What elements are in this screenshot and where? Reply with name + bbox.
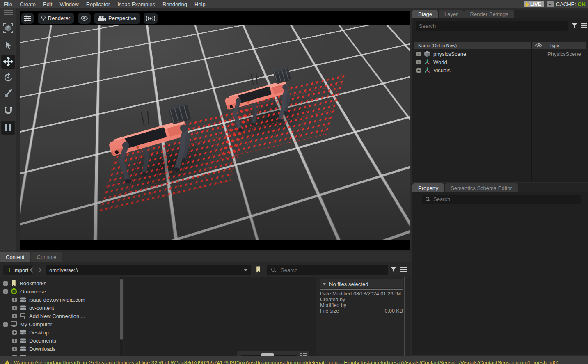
scale-tool-button[interactable] [1,86,15,100]
menu-rendering[interactable]: Rendering [159,0,191,8]
prim-name[interactable]: Visuals [433,67,451,73]
menu-create[interactable]: Create [16,0,39,8]
snap-magnet-button[interactable] [1,103,15,117]
detail-label: File size [320,308,339,314]
tree-item-label[interactable]: Omniverse [20,288,46,295]
menu-file[interactable]: File [0,0,16,8]
live-dropdown-button[interactable]: ▾ [547,1,554,7]
expand-icon[interactable]: + [12,306,17,310]
expand-icon[interactable]: + [12,339,17,343]
tree-item-label[interactable]: My Computer [20,321,52,327]
expand-icon[interactable]: + [12,314,17,318]
details-header[interactable]: No files selected [320,279,403,288]
hamburger-icon[interactable] [400,267,407,272]
column-name[interactable]: Name (Old to New) [414,43,457,48]
select-cursor-button[interactable] [1,39,15,53]
collapse-icon[interactable]: - [3,289,8,294]
file-list-area[interactable] [124,277,316,356]
tree-item-label[interactable]: Desktop [29,330,49,336]
eye-icon[interactable] [535,43,542,48]
prim-name[interactable]: World [433,59,447,65]
viewport[interactable]: Renderer Perspective [20,11,410,250]
tree-item-ov-content[interactable]: + ov-content [12,304,54,312]
tree-item-add-new-connection[interactable]: + Add New Connection ... [12,312,85,320]
viewport-settings-button[interactable] [21,13,34,24]
tree-item-isaac-dev[interactable]: + isaac-dev.ov.nvidia.com [12,295,85,304]
chevron-down-icon[interactable] [244,269,248,271]
stage-row-visuals[interactable]: + Visuals [414,66,586,74]
detail-modified-by: Modified by [320,302,403,308]
tree-item-documents[interactable]: + Documents [12,337,56,345]
stage-row-world[interactable]: + World [414,58,586,66]
quadruped-robot[interactable] [221,57,304,134]
funnel-icon[interactable] [572,23,577,29]
move-tool-button[interactable] [1,55,15,69]
tab-property[interactable]: Property [412,183,444,192]
expand-icon[interactable]: + [416,52,421,56]
import-button[interactable]: + Import [3,265,32,275]
tab-console[interactable]: Console [31,252,62,262]
sliders-icon [24,15,31,22]
tab-stage[interactable]: Stage [412,10,438,18]
tab-layer[interactable]: Layer [439,10,464,18]
tree-item-label[interactable]: Bookmarks [20,280,46,286]
path-bar[interactable] [46,265,251,275]
tab-render-settings[interactable]: Render Settings [464,10,514,18]
camera-label: Perspective [108,15,136,21]
menu-edit[interactable]: Edit [39,0,56,8]
drag-handle[interactable] [1,9,15,16]
magnifier-icon [425,197,430,202]
stage-row-physicsScene[interactable]: + physicsScene PhysicsScene [414,50,586,58]
viewport-visibility-button[interactable] [78,13,91,24]
collapse-icon[interactable]: - [3,281,8,286]
tree-scrollbar[interactable] [120,277,123,356]
tree-item-my-computer[interactable]: - My Computer [3,320,52,328]
tree-item-label[interactable]: Documents [29,338,56,344]
tree-item-partial[interactable] [12,353,26,356]
selection-mode-button[interactable] [1,21,15,35]
menu-help[interactable]: Help [191,0,209,8]
scrollbar-thumb[interactable] [120,279,123,340]
viewport-audio-button[interactable] [144,13,158,24]
menu-window[interactable]: Window [56,0,82,8]
tree-item-label[interactable]: isaac-dev.ov.nvidia.com [29,297,85,303]
tab-semantics-schema-editor[interactable]: Semantics Schema Editor [445,183,518,192]
pause-button[interactable] [1,121,15,135]
tree-item-label[interactable]: Downloads [29,346,55,352]
menu-isaac-examples[interactable]: Isaac Examples [114,0,159,8]
tree-item-omniverse[interactable]: - Omniverse [3,287,46,295]
chevron-right-icon[interactable] [38,267,42,273]
tree-item-desktop[interactable]: + Desktop [12,328,49,337]
live-button[interactable]: LIVE [524,1,544,7]
tree-item-bookmarks[interactable]: - Bookmarks [3,279,46,287]
camera-button[interactable]: Perspective [94,13,140,24]
rotate-tool-button[interactable] [1,71,15,85]
hamburger-icon[interactable] [581,23,587,28]
funnel-icon[interactable] [391,267,396,272]
expand-icon[interactable]: + [416,68,421,73]
status-warning-text[interactable]: Warning (secondary thread): in GetInstan… [14,359,558,364]
expand-icon[interactable]: + [416,60,421,64]
path-input[interactable] [46,265,251,275]
tree-item-label[interactable]: ov-content [29,305,54,311]
tree-item-downloads[interactable]: + Downloads [12,345,55,353]
prim-name[interactable]: physicsScene [433,51,466,57]
chevron-left-icon[interactable] [30,267,34,273]
stage-search-input[interactable] [416,21,568,31]
content-search-input[interactable] [281,267,384,273]
viewport-3d-scene[interactable] [20,25,410,240]
tab-content[interactable]: Content [0,252,30,262]
expand-icon[interactable]: + [12,298,17,302]
expand-icon[interactable]: + [12,347,17,351]
expand-icon[interactable]: + [12,330,17,335]
detail-file-size: File size 0.00 KB [320,308,403,314]
property-search-input[interactable] [433,196,578,202]
bookmark-icon[interactable] [255,266,261,273]
menu-replicator[interactable]: Replicator [82,0,114,8]
collapse-icon[interactable]: - [3,322,8,327]
column-type[interactable]: Type [549,43,559,48]
quadruped-robot[interactable] [104,90,206,186]
tree-item-label[interactable]: Add New Connection ... [29,313,85,319]
rotate-icon [3,73,13,82]
renderer-button[interactable]: Renderer [38,13,74,24]
